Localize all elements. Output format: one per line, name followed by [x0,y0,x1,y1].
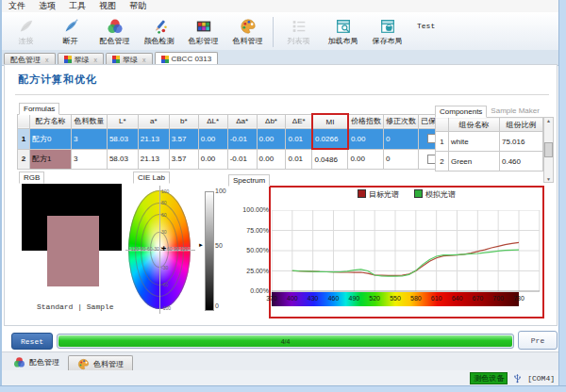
formula-row[interactable]: 2配方1358.0321.133.570.00-0.010.000.010.04… [18,149,446,170]
toolbar-button-disconnect[interactable]: 断开 [48,13,92,51]
row-number-cell[interactable]: 1 [436,132,449,152]
component-name-cell[interactable]: Green [449,152,500,172]
toolbar-button-colorant-manage[interactable]: 色料管理 [225,13,270,51]
lightness-pointer[interactable]: ► [198,242,204,248]
legend-swatch [414,189,423,198]
toolbar-button-color-matching[interactable]: 配色管理 [92,13,137,51]
row-number-cell[interactable]: 2 [436,152,449,172]
component-name-cell[interactable]: white [449,132,500,152]
cielab-b-tick-label: -60 [161,283,168,287]
column-header: b* [169,114,198,129]
scroll-thumb[interactable] [544,142,553,157]
component-ratio-cell[interactable]: 0.460 [500,152,543,172]
toolbar-button-save-layout[interactable]: 保存布局 [365,13,409,51]
window-border-right[interactable] [558,0,566,392]
toolbar-test-label: Test [417,22,435,51]
sample-point-marker: + [161,244,166,253]
spectrum-caption: Spectrum [228,174,270,187]
scroll-up-icon[interactable]: ▲ [546,118,551,123]
toolbar-button-label: 保存布局 [373,36,403,46]
x-axis-tick-label: 700 [490,295,507,302]
spectrum-plot [272,210,541,292]
formula-cell[interactable]: -0.01 [227,129,257,150]
row-number-header [18,114,30,129]
menu-item[interactable]: 工具 [62,0,92,12]
scroll-down-icon[interactable]: ▼ [546,176,551,182]
formula-cell[interactable]: 0.0266 [312,129,348,150]
bottom-tab-label: 配色管理 [29,357,59,368]
cielab-b-tick-label: 100 [161,189,169,194]
formula-cell[interactable]: 0.01 [286,129,312,150]
tab-close-icon[interactable]: x [45,57,49,63]
tab-close-icon[interactable]: x [94,57,98,63]
x-axis-tick-label: 550 [387,295,404,302]
formula-cell[interactable]: 3.57 [169,129,198,150]
menu-item[interactable]: 选项 [32,0,62,12]
formula-cell[interactable]: 58.03 [107,129,138,150]
cielab-wheel: 100806030-30-60-100-120-90-60-30 30 60 9… [125,184,222,316]
formula-cell[interactable]: 0 [383,149,418,170]
row-number-cell[interactable]: 1 [18,129,30,150]
document-tab-4[interactable]: CBCC 0313 [155,52,219,65]
x-axis-tick-label: 730 [510,295,527,302]
sample-color-swatch [47,216,99,286]
components-header-row: 组份名称组份比例 [436,118,543,132]
menu-item[interactable]: 帮助 [123,0,153,12]
formula-cell[interactable]: 3.57 [169,149,198,170]
row-number-cell[interactable]: 2 [18,149,30,170]
formula-cell[interactable]: 58.03 [107,149,138,170]
legend-swatch [358,189,366,198]
formula-cell[interactable]: 0.00 [257,149,286,170]
com-port-label: [COM4] [527,374,555,383]
formula-cell[interactable]: 0.00 [198,149,227,170]
toolbar-button-label: 色料管理 [233,36,263,46]
pre-button[interactable]: Pre [518,331,558,350]
toolbar-button-load-layout[interactable]: 加载布局 [321,13,365,51]
formula-cell[interactable]: 0.00 [198,129,227,150]
formula-cell[interactable]: 0 [383,129,418,150]
bottom-tab-2[interactable]: 色料管理 [68,355,133,371]
formula-cell[interactable]: 3 [71,149,107,170]
column-header: 组份比例 [500,118,543,132]
formula-cell[interactable]: 配方1 [29,149,71,170]
formula-cell[interactable]: 配方0 [29,129,71,150]
x-axis-tick-label: 400 [284,295,301,302]
sample-maker-tab[interactable]: Sample Maker [487,106,543,116]
formula-cell[interactable]: 0.00 [348,149,384,170]
bottom-tab-label: 色料管理 [93,359,124,369]
formula-cell[interactable]: -0.01 [227,149,257,170]
document-tab-icon [64,56,72,63]
simulated-spectrum-curve [292,250,519,276]
toolbar-button-list-items[interactable]: 列表项 [276,13,321,51]
column-header: 价格指数 [348,114,384,129]
toolbar-button-connect[interactable]: 连接 [4,13,48,51]
menu-item[interactable]: 文件 [2,0,32,12]
formula-cell[interactable]: 0.01 [286,149,312,170]
formula-cell[interactable]: 0.00 [348,129,384,150]
x-axis-tick-label: 430 [305,295,322,302]
formula-row[interactable]: 1配方0358.0321.133.570.00-0.010.000.010.02… [18,129,446,150]
menu-item[interactable]: 视图 [92,0,123,12]
formula-cell[interactable]: 3 [71,129,107,150]
window-border-left [0,0,2,392]
component-row[interactable]: 2Green0.460 [436,152,543,172]
reset-button[interactable]: Reset [11,333,53,350]
formula-cell[interactable]: 0.0486 [312,149,348,170]
toolbar-button-color-manage[interactable]: 色彩管理 [181,13,225,51]
formula-cell[interactable]: 21.13 [138,129,169,150]
tab-close-icon[interactable]: x [142,57,146,63]
components-tab[interactable]: Components [435,106,487,118]
lightness-slider[interactable] [205,191,214,311]
cielab-b-tick-label: 80 [161,201,167,205]
lightness-tick-label: 100 [215,188,226,194]
bottom-tab-1[interactable]: 配色管理 [5,353,68,371]
component-row[interactable]: 1white75.016 [436,132,543,152]
toolbar-button-color-detect[interactable]: 颜色检测 [137,13,181,51]
formula-cell[interactable]: 21.13 [138,149,169,170]
formula-cell[interactable]: 0.00 [257,129,286,150]
component-ratio-cell[interactable]: 75.016 [500,132,543,152]
window-border-bottom [0,385,566,392]
components-scrollbar[interactable]: ▲▼ [543,117,554,183]
spectrum-chart [272,210,541,292]
legend-item: 模拟光谱 [414,189,456,200]
